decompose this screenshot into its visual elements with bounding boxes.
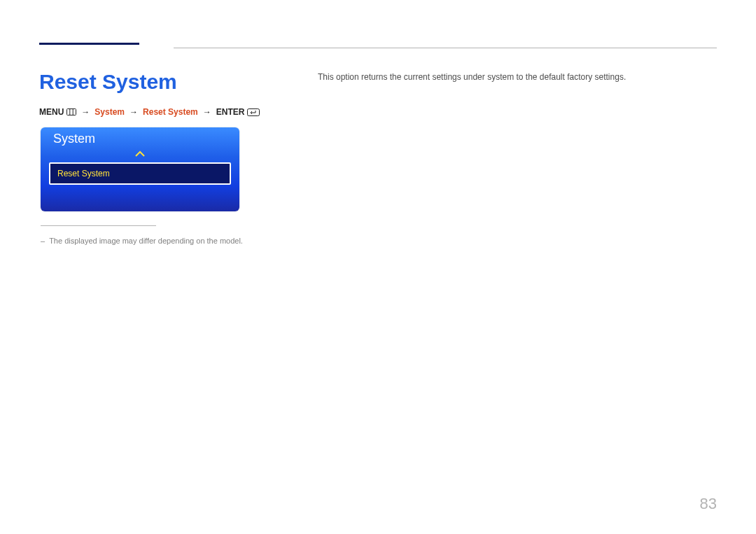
breadcrumb-enter-label: ENTER [216, 107, 245, 117]
breadcrumb-arrow: → [79, 107, 92, 117]
breadcrumb-arrow: → [127, 107, 140, 117]
breadcrumb-arrow: → [201, 107, 214, 117]
description-text: This option returns the current settings… [318, 72, 626, 82]
top-horizontal-rule [174, 48, 717, 48]
breadcrumb-system: System [94, 107, 125, 117]
page-title: Reset System [39, 70, 177, 94]
enter-icon [247, 108, 260, 116]
menu-icon [66, 108, 76, 115]
footnote-dash: – [41, 237, 45, 245]
menu-item-reset-system: Reset System [49, 162, 231, 185]
page-number: 83 [700, 495, 717, 513]
section-accent-bar [39, 43, 139, 45]
breadcrumb-menu-label: MENU [39, 107, 64, 117]
breadcrumb-reset: Reset System [143, 107, 198, 117]
svg-rect-0 [67, 109, 76, 115]
footnote: – The displayed image may differ dependi… [41, 237, 243, 245]
system-menu-illustration: System Reset System [41, 127, 239, 211]
breadcrumb: MENU → System → Reset System → ENTER [39, 107, 260, 117]
chevron-up-icon [41, 150, 239, 158]
panel-title: System [41, 127, 239, 150]
footnote-rule [41, 225, 156, 226]
footnote-text: The displayed image may differ depending… [49, 237, 243, 245]
menu-item-label: Reset System [57, 169, 110, 178]
